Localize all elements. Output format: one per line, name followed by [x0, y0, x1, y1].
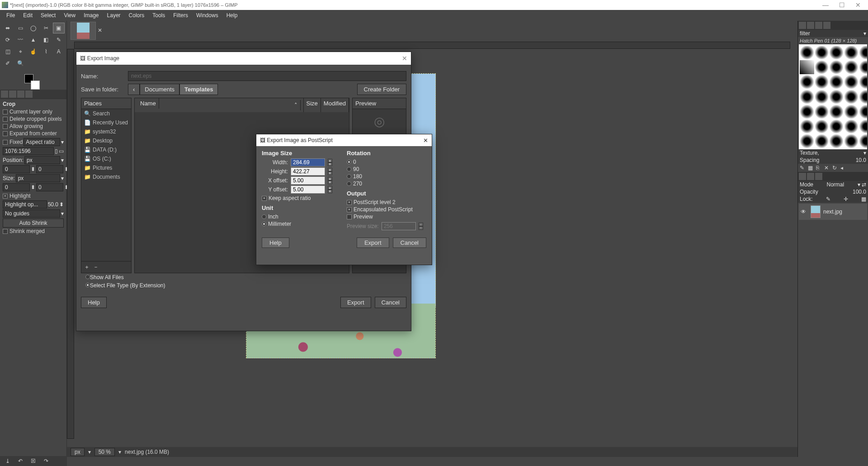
- filter-label[interactable]: filter: [800, 30, 810, 37]
- brush-tool-icon[interactable]: ✎: [53, 34, 65, 45]
- keep-aspect-checkbox[interactable]: ×Keep aspect ratio: [262, 195, 341, 202]
- minimize-button[interactable]: —: [817, 1, 834, 9]
- shrink-merged-checkbox[interactable]: Shrink merged: [3, 228, 64, 235]
- menu-windows[interactable]: Windows: [193, 11, 222, 20]
- new-icon[interactable]: ▦: [808, 165, 814, 171]
- duplicate-icon[interactable]: ⎘: [816, 165, 822, 171]
- places-item[interactable]: 💾DATA (D:): [81, 145, 131, 154]
- bucket-tool-icon[interactable]: ▲: [27, 34, 39, 45]
- col-size[interactable]: Size: [304, 98, 321, 112]
- auto-shrink-button[interactable]: Auto Shrink: [3, 219, 64, 228]
- tab-icon[interactable]: [1, 90, 8, 98]
- places-item[interactable]: 💾OS (C:): [81, 154, 131, 163]
- rotation-180-radio[interactable]: 180: [347, 173, 426, 180]
- xoffset-input[interactable]: [291, 176, 325, 185]
- color-swatch[interactable]: [24, 74, 40, 90]
- dialog-titlebar[interactable]: 🖼 Export Image as PostScript ✕: [256, 134, 432, 146]
- select-file-type-radio[interactable]: Select File Type (By Extension): [85, 282, 402, 289]
- visibility-icon[interactable]: 👁: [801, 209, 808, 215]
- smudge-tool-icon[interactable]: ☝: [27, 46, 39, 57]
- millimeter-radio[interactable]: Millimeter: [262, 220, 341, 228]
- breadcrumb-templates[interactable]: Templates: [179, 84, 218, 95]
- menu-help[interactable]: Help: [223, 11, 241, 20]
- opacity-value[interactable]: 100.0: [853, 189, 866, 195]
- tab-icon[interactable]: [807, 173, 814, 180]
- reset-icon[interactable]: ⤓: [5, 458, 10, 464]
- zoom-tool-icon[interactable]: 🔍: [14, 58, 26, 69]
- places-item[interactable]: 📄Recently Used: [81, 118, 131, 127]
- chevron-down-icon[interactable]: ▾: [863, 30, 866, 37]
- tab-icon[interactable]: [9, 90, 16, 98]
- preview-checkbox[interactable]: Preview: [347, 213, 426, 220]
- menu-colors[interactable]: Colors: [125, 11, 148, 20]
- layer-name[interactable]: next.jpg: [823, 209, 842, 215]
- width-spinner[interactable]: ▴▾: [328, 159, 332, 166]
- help-button[interactable]: Help: [262, 238, 289, 248]
- breadcrumb-documents[interactable]: Documents: [140, 84, 179, 95]
- col-modified[interactable]: Modified: [321, 98, 349, 112]
- free-select-tool-icon[interactable]: ◯: [27, 23, 39, 33]
- yoffset-input[interactable]: [291, 185, 325, 194]
- position-unit-select[interactable]: px: [24, 156, 60, 164]
- breadcrumb-back[interactable]: ‹: [128, 84, 140, 95]
- tab-icon[interactable]: [823, 22, 830, 29]
- menu-icon[interactable]: ◂: [840, 165, 847, 171]
- highlight-checkbox[interactable]: ×Highlight: [3, 192, 64, 200]
- menu-filters[interactable]: Filters: [170, 11, 192, 20]
- size-w-input[interactable]: [3, 183, 30, 191]
- guides-select[interactable]: No guides: [3, 209, 60, 218]
- height-input[interactable]: [291, 167, 325, 176]
- remove-place-button[interactable]: －: [93, 263, 99, 271]
- allow-growing-checkbox[interactable]: Allow growing: [3, 123, 64, 130]
- encapsulated-checkbox[interactable]: ×Encapsulated PostScript: [347, 206, 426, 213]
- tab-icon[interactable]: [807, 22, 814, 29]
- fuzzy-select-tool-icon[interactable]: ✂: [40, 23, 52, 33]
- inch-radio[interactable]: Inch: [262, 213, 341, 220]
- aspect-mode-select[interactable]: Aspect ratio: [24, 138, 60, 146]
- rotation-0-radio[interactable]: 0: [347, 158, 426, 166]
- clone-tool-icon[interactable]: ⌖: [14, 46, 26, 57]
- warp-tool-icon[interactable]: 〰: [14, 34, 26, 45]
- move-tool-icon[interactable]: ⬌: [2, 23, 14, 33]
- gradient-tool-icon[interactable]: ◧: [40, 34, 52, 45]
- tab-icon[interactable]: [815, 22, 822, 29]
- landscape-icon[interactable]: ▭: [59, 148, 64, 154]
- places-item[interactable]: 📁Documents: [81, 172, 131, 181]
- texture-label[interactable]: Texture,: [800, 150, 819, 156]
- rotation-270-radio[interactable]: 270: [347, 180, 426, 187]
- size-h-input[interactable]: [36, 183, 63, 191]
- menu-view[interactable]: View: [60, 11, 79, 20]
- maximize-button[interactable]: ☐: [834, 1, 850, 9]
- add-place-button[interactable]: ＋: [84, 263, 90, 271]
- create-folder-button[interactable]: Create Folder: [357, 84, 406, 95]
- lock-alpha-icon[interactable]: ▦: [861, 196, 866, 202]
- brush-grid[interactable]: [799, 44, 867, 149]
- filename-input[interactable]: [128, 71, 406, 81]
- highlight-opacity-value[interactable]: 50.0: [48, 201, 58, 208]
- expand-center-checkbox[interactable]: Expand from center: [3, 130, 64, 137]
- path-tool-icon[interactable]: ⌇: [40, 46, 52, 57]
- close-button[interactable]: ✕: [850, 1, 866, 9]
- show-all-files-checkbox[interactable]: Show All Files: [85, 274, 402, 281]
- close-tab-icon[interactable]: ✕: [98, 27, 102, 33]
- chevron-down-icon[interactable]: ▾: [863, 150, 866, 156]
- crop-tool-icon[interactable]: ▣: [53, 23, 65, 33]
- xoffset-spinner[interactable]: ▴▾: [328, 177, 332, 184]
- tab-icon[interactable]: [799, 22, 806, 29]
- places-item[interactable]: 🔍Search: [81, 109, 131, 118]
- delete-icon[interactable]: ☒: [31, 458, 36, 464]
- rotation-90-radio[interactable]: 90: [347, 166, 426, 173]
- layer-row[interactable]: 👁 next.jpg: [799, 204, 867, 220]
- col-name[interactable]: Name ˄: [135, 98, 304, 112]
- tab-icon[interactable]: [25, 90, 33, 98]
- export-button[interactable]: Export: [357, 238, 389, 248]
- menu-image[interactable]: Image: [80, 11, 102, 20]
- pos-y-input[interactable]: [36, 165, 63, 173]
- unit-select[interactable]: px: [71, 448, 85, 456]
- tab-icon[interactable]: [815, 173, 822, 180]
- lock-pixels-icon[interactable]: ✎: [826, 196, 830, 202]
- spacing-value[interactable]: 10.0: [856, 157, 866, 163]
- dialog-titlebar[interactable]: 🖼 Export Image ✕: [76, 52, 411, 65]
- image-tab[interactable]: [71, 22, 96, 40]
- mode-select[interactable]: Normal: [827, 181, 844, 188]
